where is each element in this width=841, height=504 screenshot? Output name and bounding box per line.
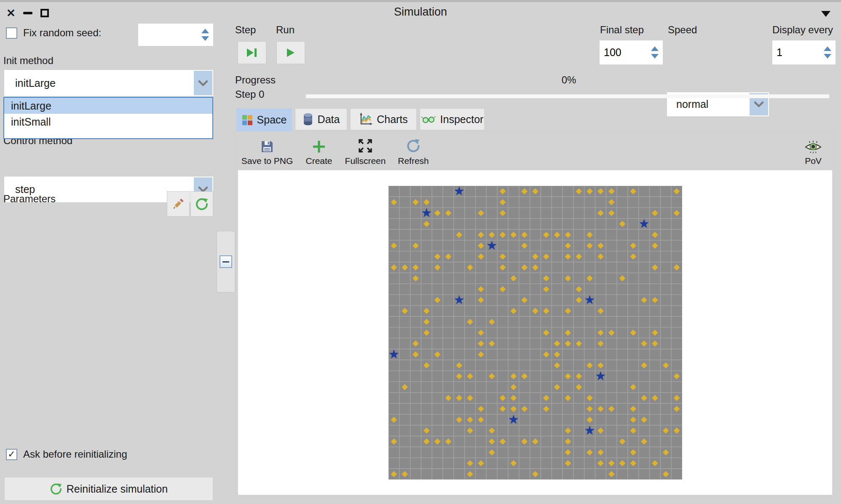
final-step-spinner[interactable] [600, 40, 663, 64]
fullscreen-icon [358, 138, 373, 153]
reinitialize-button[interactable]: Reinitialize simulation [4, 477, 213, 501]
refresh-icon [50, 483, 62, 495]
line-chart-icon [359, 113, 372, 126]
progress-label: Progress [235, 74, 276, 86]
run-button[interactable] [276, 41, 305, 64]
init-method-popup: initLarge initSmall [3, 97, 213, 139]
glasses-icon [421, 115, 436, 123]
seed-input[interactable] [142, 29, 189, 41]
titlebar: ✕ Simulation [0, 0, 841, 23]
tab-data-label: Data [318, 113, 340, 126]
final-step-label: Final step [600, 24, 644, 36]
save-to-png-button[interactable]: Save to PNG [242, 137, 292, 166]
speed-label: Speed [668, 24, 697, 36]
window-title: Simulation [0, 5, 841, 19]
reset-parameters-button[interactable] [190, 191, 213, 217]
step-button[interactable] [238, 41, 266, 64]
space-canvas [238, 170, 833, 495]
pencil-icon [171, 197, 185, 211]
ask-before-label: Ask before reinitializing [23, 448, 127, 460]
spin-up-icon [824, 46, 831, 51]
init-method-value: initLarge [4, 77, 56, 89]
chevron-down-icon [821, 11, 830, 17]
space-toolbar: Save to PNG Create Fullscreen [236, 131, 834, 170]
init-method-combobox[interactable]: initLarge [4, 70, 213, 96]
step-forward-icon [246, 48, 258, 58]
space-grid-icon [242, 115, 253, 126]
progress-bar [306, 94, 829, 98]
popup-option-initSmall[interactable]: initSmall [4, 114, 212, 130]
save-to-png-label: Save to PNG [241, 156, 293, 166]
fix-seed-checkbox[interactable] [6, 27, 17, 39]
init-method-label: Init method [3, 55, 54, 67]
reinitialize-label: Reinitialize simulation [67, 483, 168, 495]
plus-icon [312, 140, 326, 153]
progress-percent: 0% [548, 74, 590, 86]
space-view-panel: Save to PNG Create Fullscreen [236, 131, 835, 497]
simulation-window: ✕ Simulation Fix random seed: Init metho… [0, 0, 841, 504]
ask-before-checkbox[interactable]: ✓ [6, 449, 17, 460]
collapse-panel-button[interactable] [819, 7, 833, 21]
fix-seed-row: Fix random seed: [6, 27, 101, 39]
refresh-icon [195, 197, 209, 211]
spin-down-icon [201, 36, 209, 41]
tab-charts-label: Charts [377, 113, 408, 126]
chevron-down-icon [198, 80, 208, 86]
final-step-spin-arrows[interactable] [651, 46, 659, 59]
speed-value: normal [667, 98, 708, 110]
tab-data[interactable]: Data [295, 108, 347, 130]
refresh-view-label: Refresh [398, 156, 429, 166]
chevron-down-icon [754, 101, 764, 107]
tab-space-label: Space [257, 114, 287, 126]
tab-inspector-label: Inspector [440, 113, 484, 126]
collapse-left-panel-button[interactable] [220, 255, 232, 268]
spin-down-icon [824, 54, 831, 59]
final-step-input[interactable] [604, 46, 642, 59]
spin-up-icon [651, 46, 659, 51]
pov-button[interactable]: PoV [796, 137, 830, 166]
panel-splitter[interactable] [217, 231, 235, 292]
step-label: Step [235, 24, 256, 36]
popup-option-initLarge[interactable]: initLarge [4, 98, 212, 114]
spin-down-icon [651, 54, 659, 59]
ask-before-row: ✓ Ask before reinitializing [6, 448, 127, 460]
tab-space[interactable]: Space [236, 108, 292, 131]
minus-icon [222, 261, 229, 263]
tab-inspector[interactable]: Inspector [420, 108, 485, 130]
display-every-input[interactable] [777, 46, 815, 59]
create-label: Create [305, 156, 332, 166]
create-button[interactable]: Create [300, 137, 338, 166]
floppy-disk-icon [260, 140, 274, 153]
display-every-spinner[interactable] [772, 40, 836, 64]
step-counter: Step 0 [235, 88, 264, 100]
seed-spin-arrows[interactable] [201, 29, 209, 41]
eye-icon [804, 141, 822, 153]
play-icon [286, 48, 296, 58]
space-grid[interactable] [388, 186, 682, 480]
init-method-dropdown-button[interactable] [194, 71, 212, 95]
database-icon [303, 113, 313, 126]
fix-seed-label: Fix random seed: [23, 27, 101, 39]
refresh-view-button[interactable]: Refresh [394, 137, 432, 166]
parameters-label: Parameters [3, 193, 56, 205]
display-every-spin-arrows[interactable] [824, 46, 831, 59]
seed-spinner[interactable] [138, 24, 213, 46]
spin-up-icon [201, 29, 209, 33]
tab-charts[interactable]: Charts [350, 108, 417, 130]
sync-icon [406, 138, 421, 153]
fullscreen-button[interactable]: Fullscreen [342, 137, 388, 166]
pov-label: PoV [805, 156, 822, 166]
run-label: Run [276, 24, 295, 36]
fullscreen-label: Fullscreen [345, 156, 386, 166]
edit-parameters-button[interactable] [167, 191, 190, 217]
display-every-label: Display every [772, 24, 833, 36]
